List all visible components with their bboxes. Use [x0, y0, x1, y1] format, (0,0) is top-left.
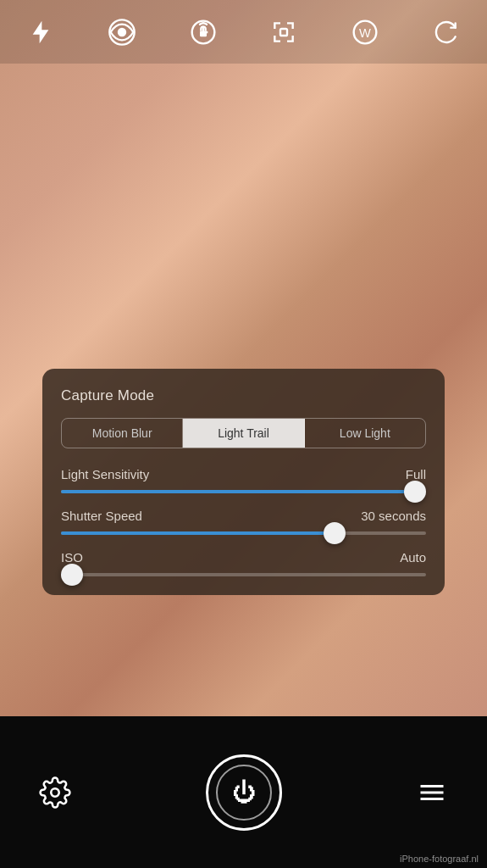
- iso-row: ISO Auto: [61, 550, 426, 576]
- iso-value: Auto: [400, 550, 426, 565]
- light-sensitivity-header: Light Sensitivity Full: [61, 467, 426, 481]
- shutter-speed-thumb[interactable]: [324, 522, 346, 544]
- focus-square-icon[interactable]: [265, 14, 302, 51]
- shutter-speed-row: Shutter Speed 30 seconds: [61, 509, 426, 535]
- shutter-speed-label: Shutter Speed: [61, 509, 142, 523]
- iso-thumb[interactable]: [61, 564, 83, 586]
- flash-icon[interactable]: [22, 14, 59, 51]
- light-sensitivity-thumb[interactable]: [404, 481, 426, 503]
- light-sensitivity-label: Light Sensitivity: [61, 467, 149, 481]
- svg-point-8: [51, 788, 59, 797]
- panel-title: Capture Mode: [61, 387, 426, 404]
- svg-text:W: W: [359, 26, 371, 40]
- eye-icon[interactable]: [103, 14, 141, 51]
- light-sensitivity-row: Light Sensitivity Full: [61, 467, 426, 493]
- mode-tabs: Motion Blur Light Trail Low Light: [61, 418, 426, 448]
- tab-low-light[interactable]: Low Light: [305, 419, 425, 448]
- light-sensitivity-value: Full: [406, 467, 426, 481]
- watermark: iPhone-fotograaf.nl: [400, 854, 479, 864]
- shutter-speed-fill: [61, 531, 335, 535]
- iso-label: ISO: [61, 550, 83, 565]
- shutter-speed-value: 30 seconds: [361, 509, 426, 523]
- settings-button[interactable]: [34, 771, 76, 814]
- rotate-icon[interactable]: [428, 14, 465, 51]
- shutter-button[interactable]: ⏻: [206, 754, 282, 831]
- svg-rect-5: [280, 29, 287, 36]
- iso-track[interactable]: [61, 573, 426, 576]
- orientation-lock-icon[interactable]: [185, 14, 222, 51]
- menu-button[interactable]: [411, 771, 453, 814]
- white-balance-icon[interactable]: W: [346, 14, 384, 51]
- top-toolbar: W: [0, 0, 487, 64]
- capture-mode-panel: Capture Mode Motion Blur Light Trail Low…: [42, 369, 445, 595]
- svg-point-2: [119, 29, 125, 36]
- light-sensitivity-fill: [61, 490, 415, 493]
- shutter-inner: ⏻: [216, 765, 272, 821]
- shutter-speed-header: Shutter Speed 30 seconds: [61, 509, 426, 523]
- shutter-speed-track[interactable]: [61, 531, 426, 535]
- tab-light-trail[interactable]: Light Trail: [183, 419, 304, 448]
- tab-motion-blur[interactable]: Motion Blur: [62, 419, 183, 448]
- bottom-bar: ⏻: [0, 716, 487, 868]
- camera-viewfinder: [0, 0, 487, 716]
- light-sensitivity-track[interactable]: [61, 490, 426, 493]
- iso-header: ISO Auto: [61, 550, 426, 565]
- power-icon: ⏻: [232, 778, 256, 806]
- svg-marker-0: [33, 20, 49, 43]
- svg-rect-4: [200, 31, 207, 36]
